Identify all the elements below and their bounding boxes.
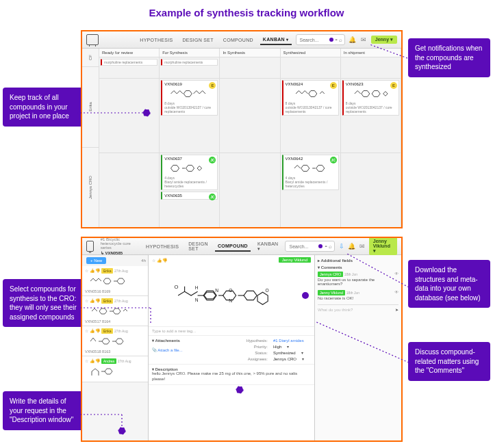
field-key: Assignees: [235,357,268,361]
tab-compound[interactable]: COMPOUND [220,36,256,44]
eye-icon[interactable]: 👁 [394,290,399,294]
mini-card[interactable]: morpholine replacements [101,59,157,66]
card-meta: morpholine replacements [104,60,155,64]
search-box[interactable]: ••• ⌕ [296,34,345,45]
field-value[interactable]: High [273,345,281,349]
comment-time: 18th Jun [344,272,357,276]
card-actions[interactable]: ☆ 👍 👎 Erika 27th Aug [85,328,145,333]
card-meta: Biaryl amide replacements / heterocycles [164,180,207,188]
search-box[interactable]: ••• ⌕ [285,241,334,252]
user-menu[interactable]: Jenny Viklund ▾ [369,237,397,255]
search-icon[interactable]: ⌕ [339,37,342,43]
kanban-card[interactable]: VXN0619 E 8 daysoutside WO2013042137 / c… [161,80,218,116]
field-key: Priority: [235,345,268,349]
annotation-dot [302,292,309,299]
svg-text:O: O [265,288,268,293]
card-id: VXN0518 8163 [85,350,145,354]
compound-sidebar: + New 4h ☆ 👍 👎 Erika 27th Aug VXN0516 81… [82,255,149,441]
svg-text:N: N [215,288,218,293]
card-actions[interactable]: ☆ 👍 👎 Erika 27th Aug [85,298,145,303]
comment-input[interactable]: What do you think? ➤ [318,304,399,312]
comment: Jennys CRO 18th Jun 👁 Do you want us to … [318,272,399,288]
svg-text:N: N [195,298,199,302]
tab-hypothesis[interactable]: HYPOTHESIS [137,36,175,44]
mail-icon[interactable]: ✉ [360,36,367,43]
tab-compound[interactable]: COMPOUND [215,241,251,252]
callout-select: Select compounds for synthesis to the CR… [3,279,85,327]
attach-file-link[interactable]: 📎 Attach a file... [152,348,183,352]
sidebar-card[interactable]: ☆ 👍 👎 Erika 27th Aug VXN0518 8163 [82,326,148,356]
compound-structure[interactable]: O H N N O N O [149,265,314,327]
description-text[interactable]: hello Jennys CRO. Please make me 25 mg o… [152,371,311,382]
sidebar-card[interactable]: ☆ 👍 👎 Erika 27th Aug VXN0517 8164 [82,296,148,326]
send-icon[interactable]: ➤ [395,307,399,312]
molecule-icon [85,363,145,380]
svg-text:O: O [229,288,232,293]
page-title: Example of synthesis tracking workflow [0,0,493,25]
field-value[interactable]: Jennys CRO [273,357,296,361]
assignee-badge-e: E [390,82,397,89]
user-label: Jenny Viklund [373,239,390,248]
download-icon[interactable]: ⇩ [339,243,344,250]
card-actions[interactable]: ☆ 👍 👎 [152,258,167,263]
comment-placeholder: What do you think? [318,308,353,312]
search-input[interactable] [299,37,327,43]
assignee-badge-jc: JC [209,194,216,200]
field-value[interactable]: #1 Diaryl amides [273,339,304,343]
kanban-card[interactable]: VXN0637 JC 4 daysBiaryl amide replacemen… [161,155,218,190]
ellipsis-icon: ••• [336,38,337,42]
kanban-card[interactable]: VXN0642 JC 4 daysBiaryl amide replacemen… [282,155,339,190]
field-key: Hypothesis: [235,339,268,343]
row-cf: CF [88,55,92,60]
tab-kanban[interactable]: KANBAN ▾ [255,239,281,254]
molecule-icon [346,86,396,101]
sort-label[interactable]: 4h [141,259,146,263]
search-icon[interactable]: ⌕ [329,243,332,250]
callout-details: Write the details of your request in the… [3,391,85,430]
eye-icon[interactable]: 👁 [394,272,399,276]
user-label: Jenny [375,37,389,42]
comments-heading[interactable]: ▾ Comments [318,265,399,269]
compound-main: ☆ 👍 👎 Jenny Viklund O H N N O N [149,255,315,441]
mini-card[interactable]: morpholine replacements [161,59,218,66]
bell-icon[interactable]: 🔔 [349,36,356,43]
card-meta: outside WO2013042137 / core replacements [346,105,392,114]
sidebar-card[interactable]: ☆ 👍 👎 Andrea 27th Aug [82,356,148,382]
tab-kanban[interactable]: KANBAN ▾ [260,35,292,45]
sidebar-card[interactable]: ☆ 👍 👎 Erika 27th Aug VXN0516 8169 [82,266,148,296]
new-button[interactable]: + New [86,257,106,264]
kanban-card[interactable]: VXN0624 E 8 daysoutside WO2013042137 / c… [282,80,339,116]
tab-hypothesis[interactable]: HYPOTHESIS [143,242,181,251]
col-forsynth: For Synthesis [160,49,219,57]
tab-designset[interactable]: DESIGN SET [179,36,216,44]
comment-time: 18th Jun [346,291,359,295]
tab-kanban-label: KANBAN [257,241,279,246]
tag-input[interactable]: Type to add a new tag... [149,327,314,336]
col-ready: Ready for review [99,49,159,57]
additional-fields-heading[interactable]: ▸ Additional fields [318,258,399,263]
fields-block: Hypothesis:#1 Diaryl amides Priority:Hig… [235,338,311,362]
card-actions[interactable]: ☆ 👍 👎 Erika 27th Aug [85,268,145,273]
search-dot [329,38,333,42]
svg-text:N: N [229,298,232,303]
comment-author: Jennys CRO [318,272,343,277]
user-menu[interactable]: Jenny ▾ [371,36,397,44]
field-value[interactable]: Synthesized [273,351,296,355]
kanban-card[interactable]: VXN0623 E 8 daysoutside WO2013042137 / c… [342,80,399,116]
callout-keeptrack: Keep track of all compounds in your proj… [3,88,85,127]
card-actions[interactable]: ☆ 👍 👎 Andrea 27th Aug [85,358,145,363]
mail-icon[interactable]: ✉ [359,243,365,250]
toolbar: HYPOTHESIS DESIGN SET COMPOUND KANBAN ▾ … [82,31,401,49]
molecule-icon [286,86,336,101]
tab-designset[interactable]: DESIGN SET [186,239,211,253]
col-synth: Synthesized [281,49,340,57]
breadcrumb-top[interactable]: #1 Bicyclic heterocycle core series [101,237,135,250]
comment: Jenny Viklund 18th Jun 👁 No racemate is … [318,290,399,302]
toolbar: #1 Bicyclic heterocycle core series ↳ VX… [82,238,401,255]
callout-download: Download the structures and meta-data in… [408,260,490,308]
breadcrumb-current: ↳ VXN0585 [101,250,135,255]
search-input[interactable] [288,243,316,250]
bell-icon[interactable]: 🔔 [349,243,355,250]
card-id: VXN0516 8169 [85,289,145,293]
kanban-card[interactable]: VXN0635 JC [161,192,218,200]
